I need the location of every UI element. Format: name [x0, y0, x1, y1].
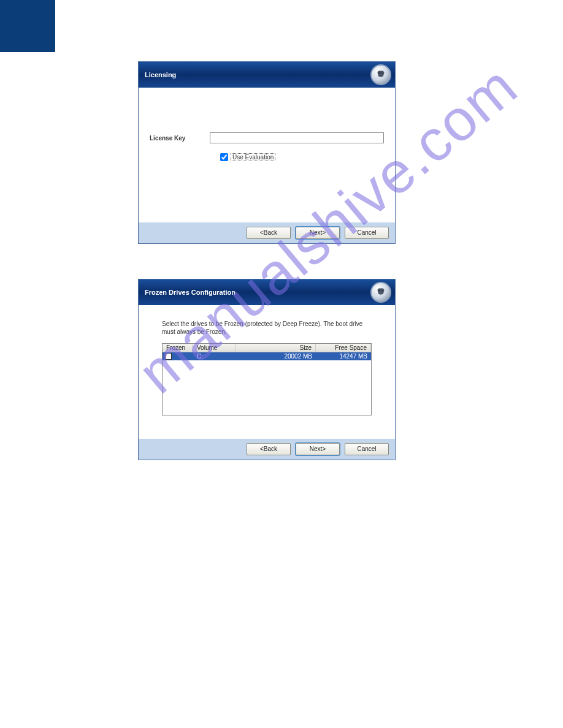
row-frozen-cell[interactable]	[163, 352, 193, 360]
drives-table: Frozen Volume Size Free Space C: 20002 M…	[162, 343, 372, 415]
dialog-footer: <Back Next> Cancel	[139, 439, 395, 460]
cancel-button[interactable]: Cancel	[345, 227, 389, 239]
svg-point-1	[381, 72, 383, 74]
next-button[interactable]: Next>	[296, 443, 340, 455]
dialog-header: Licensing	[139, 62, 395, 88]
dialog-body: License Key Use Evaluation	[139, 88, 395, 222]
licensing-dialog: Licensing License Key Use Evaluation <Ba…	[138, 61, 396, 244]
next-button[interactable]: Next>	[296, 227, 340, 239]
polar-bear-icon	[370, 282, 391, 303]
frozen-drives-dialog: Frozen Drives Configuration Select the d…	[138, 279, 396, 460]
cancel-button[interactable]: Cancel	[345, 443, 389, 455]
back-button[interactable]: <Back	[247, 227, 291, 239]
polar-bear-icon	[370, 64, 391, 85]
row-free-cell: 14247 MB	[316, 352, 371, 360]
dialog-title: Licensing	[145, 71, 176, 78]
row-size-cell: 20002 MB	[236, 352, 316, 360]
col-frozen-header[interactable]: Frozen	[163, 344, 193, 352]
col-size-header[interactable]: Size	[236, 344, 316, 352]
instruction-text: Select the drives to be Frozen (protecte…	[162, 320, 372, 336]
svg-point-3	[381, 290, 383, 291]
page-corner-block	[0, 0, 55, 52]
dialog-body: Select the drives to be Frozen (protecte…	[139, 305, 395, 439]
use-evaluation-checkbox[interactable]	[220, 153, 228, 161]
license-key-label: License Key	[150, 135, 185, 142]
dialog-footer: <Back Next> Cancel	[139, 222, 395, 243]
row-volume-cell: C:	[193, 352, 236, 360]
col-free-header[interactable]: Free Space	[316, 344, 371, 352]
license-key-input[interactable]	[210, 132, 384, 143]
use-evaluation-label: Use Evaluation	[231, 153, 275, 161]
dialog-title: Frozen Drives Configuration	[145, 289, 236, 296]
table-header-row: Frozen Volume Size Free Space	[163, 344, 371, 352]
table-row[interactable]: C: 20002 MB 14247 MB	[163, 352, 371, 360]
drive-checkbox[interactable]	[165, 353, 172, 360]
back-button[interactable]: <Back	[247, 443, 291, 455]
svg-point-0	[378, 72, 380, 74]
col-volume-header[interactable]: Volume	[193, 344, 236, 352]
svg-point-2	[378, 290, 380, 291]
dialog-header: Frozen Drives Configuration	[139, 279, 395, 305]
